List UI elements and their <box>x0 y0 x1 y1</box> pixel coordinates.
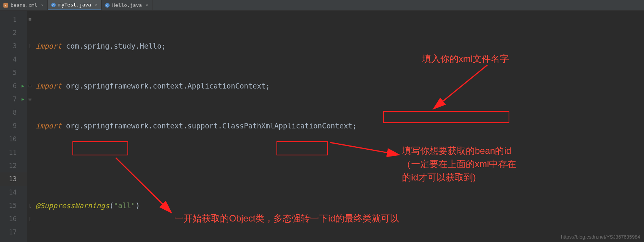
line-number: 4 <box>0 53 27 66</box>
run-gutter-icon[interactable]: ▶ <box>22 93 24 106</box>
line-number: 14 <box>0 186 27 199</box>
tab-label: myTest.java <box>58 2 91 8</box>
code-line: import org.springframework.context.suppo… <box>36 119 644 133</box>
line-number: 9 <box>0 119 27 133</box>
line-number: 12 <box>0 159 27 172</box>
tab-label: beans.xml <box>11 2 37 8</box>
tab-label: Hello.java <box>112 2 142 8</box>
close-icon[interactable]: × <box>95 2 97 7</box>
close-icon[interactable]: × <box>41 3 44 8</box>
run-gutter-icon[interactable]: ▶ <box>22 79 24 93</box>
line-number: 11 <box>0 146 27 159</box>
code-line: import com.spring.study.Hello; <box>36 40 644 53</box>
tab-mytest-java[interactable]: C myTest.java × <box>48 0 102 10</box>
svg-text:C: C <box>106 4 108 7</box>
line-number: 10 <box>0 133 27 146</box>
watermark: https://blog.csdn.net/YSJ367635984 <box>561 234 640 240</box>
svg-text:x: x <box>5 4 6 7</box>
line-number: 1 <box>0 13 27 26</box>
code-line: import org.springframework.context.Appli… <box>36 79 644 93</box>
code-area[interactable]: import com.spring.study.Hello; import or… <box>27 11 644 242</box>
tab-hello-java[interactable]: C Hello.java × <box>102 0 152 10</box>
code-line: public class myTest { <box>36 239 644 242</box>
line-number: 8 <box>0 106 27 119</box>
line-number-gutter: 1 2 3 4 5 6 7 8 9 10 11 12 13 14 15 16 1… <box>0 11 27 242</box>
line-number: 3 <box>0 40 27 53</box>
line-number: 16 <box>0 212 27 226</box>
close-icon[interactable]: × <box>146 3 148 8</box>
code-line <box>36 159 644 172</box>
line-number: 5 <box>0 66 27 79</box>
line-number: 13 <box>0 172 27 186</box>
code-editor[interactable]: 1 2 3 4 5 6 7 8 9 10 11 12 13 14 15 16 1… <box>0 11 644 242</box>
line-number: 2 <box>0 26 27 40</box>
line-number: 15 <box>0 199 27 212</box>
line-number: 17 <box>0 226 27 239</box>
editor-tabs: x beans.xml × C myTest.java × C Hello.ja… <box>0 0 644 11</box>
java-class-icon: C <box>105 3 110 8</box>
tab-beans-xml[interactable]: x beans.xml × <box>0 0 48 10</box>
code-line: @SuppressWarnings("all") <box>36 199 644 212</box>
java-class-icon: C <box>51 2 56 8</box>
svg-text:C: C <box>52 3 55 7</box>
xml-file-icon: x <box>3 3 8 8</box>
